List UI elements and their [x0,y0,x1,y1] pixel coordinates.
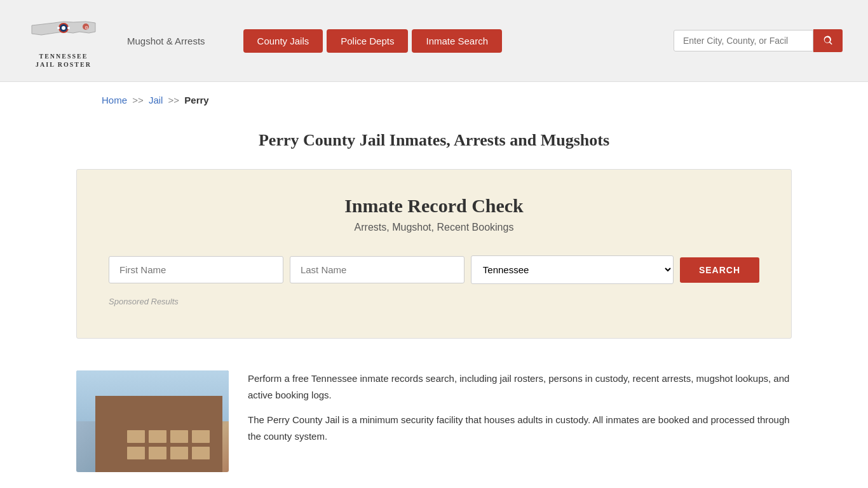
breadcrumb-jail-link[interactable]: Jail [149,95,163,105]
window-5 [127,447,145,459]
content-paragraph-2: The Perry County Jail is a minimum secur… [248,412,792,444]
site-header: ⚙ Tennessee Jail Roster Mugshot & Arrest… [0,0,868,82]
window-1 [127,430,145,443]
main-nav: County Jails Police Depts Inmate Search [243,29,502,53]
logo-text: Tennessee Jail Roster [36,52,92,69]
window-3 [170,430,188,443]
content-section: Perform a free Tennessee inmate records … [0,358,868,485]
window-8 [192,447,210,459]
county-jails-button[interactable]: County Jails [243,29,323,53]
sponsored-label: Sponsored Results [109,297,759,306]
first-name-input[interactable] [109,256,283,283]
page-title: Perry County Jail Inmates, Arrests and M… [0,131,868,150]
svg-text:⚙: ⚙ [85,25,88,30]
state-select[interactable]: Tennessee Alabama Georgia Kentucky [471,255,674,284]
svg-point-4 [67,27,70,29]
last-name-input[interactable] [290,256,465,283]
window-7 [170,447,188,459]
header-search-button[interactable] [813,29,843,52]
header-search-area [674,29,843,52]
breadcrumb: Home >> Jail >> Perry [0,82,868,118]
building-shape [95,396,222,472]
inmate-record-box: Inmate Record Check Arrests, Mugshot, Re… [76,169,792,339]
content-paragraph-1: Perform a free Tennessee inmate records … [248,370,792,403]
window-2 [149,430,166,443]
header-search-input[interactable] [674,30,813,51]
breadcrumb-sep-1: >> [132,95,144,105]
building-windows [127,430,210,459]
mugshot-arrests-link[interactable]: Mugshot & Arrests [127,36,205,46]
breadcrumb-sep-2: >> [168,95,180,105]
logo-area: ⚙ Tennessee Jail Roster [25,13,102,69]
svg-point-2 [62,26,65,30]
window-6 [149,447,166,459]
police-depts-button[interactable]: Police Depts [327,29,408,53]
record-search-row: Tennessee Alabama Georgia Kentucky SEARC… [109,255,759,284]
logo-icon: ⚙ [29,13,98,51]
search-icon [822,35,834,46]
breadcrumb-current: Perry [184,95,208,105]
inmate-search-button[interactable]: Inmate Search [412,29,502,53]
svg-point-3 [57,27,60,29]
window-4 [192,430,210,443]
record-search-button[interactable]: SEARCH [680,257,759,283]
building-image [76,370,229,472]
record-box-title: Inmate Record Check [109,195,759,217]
content-text: Perform a free Tennessee inmate records … [248,370,792,472]
record-box-subtitle: Arrests, Mugshot, Recent Bookings [109,222,759,233]
breadcrumb-home-link[interactable]: Home [102,95,127,105]
